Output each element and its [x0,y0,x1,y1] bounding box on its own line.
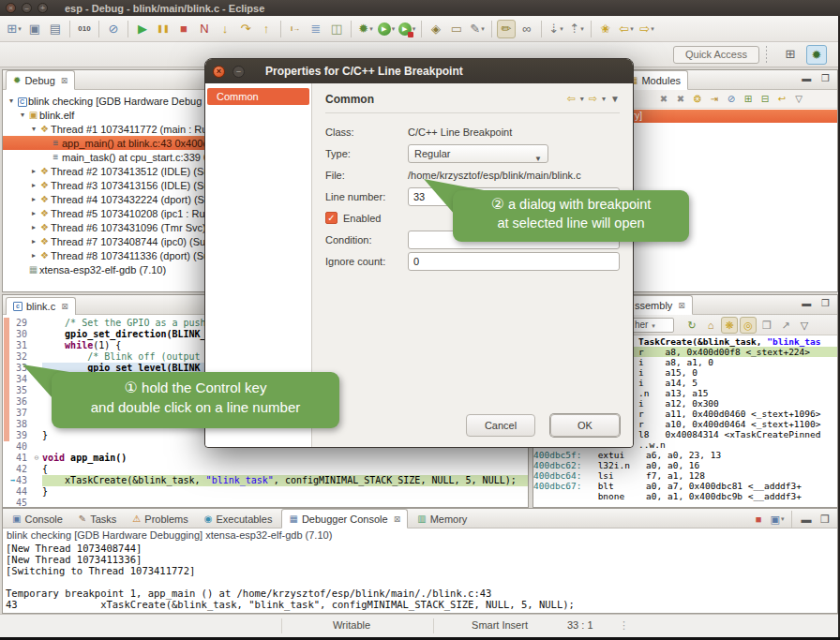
pin-view-icon[interactable]: ↗ [777,317,794,334]
expand-all-icon[interactable]: ⊞ [740,91,757,108]
previous-annotation-icon[interactable]: ⇡▾ [567,20,586,38]
step-return-icon[interactable]: ↑ [257,20,276,38]
close-icon[interactable]: × [6,3,16,13]
terminate-console-icon[interactable]: ■ [750,511,767,528]
debug-tree-item[interactable]: ▸❖Thread #6 1073431096 (Tmr Svc) (S [3,220,213,234]
goto-address-icon[interactable]: ⇥ [706,91,723,108]
new-wizard-icon[interactable]: ⊞▾ [5,20,23,38]
back-icon[interactable]: ⇦ [567,93,576,105]
expander-icon[interactable]: ▾ [7,97,16,105]
show-full-paths-icon[interactable]: ❂ [689,91,706,108]
coverage-icon[interactable]: ▶▾ [398,20,416,38]
tab-memory[interactable]: ▥Memory [411,509,473,528]
open-new-view-icon[interactable]: ❒ [758,317,775,334]
console-output[interactable]: [New Thread 1073408744][New Thread 10734… [3,543,837,613]
last-edit-location-icon[interactable]: ✬ [596,20,615,38]
debug-tree-item[interactable]: ▸❖Thread #4 1073432224 (dport) (Sus [3,192,213,206]
tab-problems[interactable]: ⚠Problems [126,509,194,528]
run-icon[interactable]: ▶▾ [377,20,396,38]
debug-tree-item[interactable]: ▾❖Thread #1 1073411772 (main : Runn [3,122,213,136]
expander-icon[interactable]: ▸ [29,167,38,175]
line-number[interactable]: 44 [3,486,31,498]
minimize-maximize-icons[interactable]: ▬ ❒ [802,298,833,308]
next-annotation-icon[interactable]: ⇣▾ [547,20,565,38]
code-line[interactable]: 41⊖void app_main() [3,453,528,464]
maximize-console-icon[interactable]: ❒ [817,511,833,528]
tab-debug[interactable]: ✹ Debug ⊠ [6,70,75,90]
sidebar-item-common[interactable]: Common [207,88,309,105]
ok-button[interactable]: OK [550,414,620,437]
statusbar-menu-icon[interactable]: ⋮ [619,619,629,632]
maximize-icon[interactable]: + [38,3,48,13]
minimize-console-icon[interactable]: ▬ [798,511,815,528]
close-icon[interactable]: ⊠ [678,301,685,310]
remove-all-modules-icon[interactable]: ✖ [672,91,689,108]
code-line[interactable]: ➡43 xTaskCreate(&blink_task, "blink_task… [3,475,528,486]
disassembly-line[interactable]: 400dbc5f: extui a6, a0, 23, 13 [533,450,837,460]
ignore-count-input[interactable] [408,252,620,271]
debug-tree-item[interactable]: ▾▣blink.elf [3,108,213,122]
expander-icon[interactable]: ▾ [29,125,38,133]
expander-icon[interactable]: ▸ [29,181,38,189]
skip-all-breakpoints-icon[interactable]: ⊘ [104,20,123,38]
disassembly-line[interactable]: 400dbc64: lsi f7, a1, 128 [533,470,837,481]
open-resource-icon[interactable]: ▭ [447,20,466,38]
view-menu-icon[interactable]: ▽ [790,91,807,108]
minimize-icon[interactable]: – [22,3,32,13]
terminate-icon[interactable]: ■ [174,20,193,38]
line-number[interactable]: 40 [3,441,31,453]
tab-console[interactable]: ▣Console [6,509,69,528]
dialog-minimize-icon[interactable]: – [232,66,245,78]
tab-tasks[interactable]: ✎Tasks [72,509,124,528]
chevron-down-icon[interactable]: ▾ [580,95,584,103]
disconnect-icon[interactable]: N [195,20,214,38]
code-line[interactable]: 45 [3,498,528,507]
tab-blink-c[interactable]: c blink.c ⊠ [6,297,76,317]
resume-icon[interactable]: ▶ [133,20,152,38]
tab-disassembly[interactable]: ssembly ⊠ [627,295,693,315]
expander-icon[interactable]: ▸ [29,223,38,231]
home-icon[interactable]: ⌂ [702,317,719,334]
expander-icon[interactable]: ▸ [29,237,38,246]
close-icon[interactable]: ⊠ [61,76,68,85]
close-icon[interactable]: ⊠ [61,302,68,311]
binary-build-icon[interactable]: 010 [75,20,94,38]
debug-tree-item[interactable]: ▸❖Thread #8 1073411336 (dport) (Sus [3,248,213,262]
expander-icon[interactable]: ▾ [18,111,27,119]
minimize-maximize-icons[interactable]: ▬ ❒ [802,73,833,83]
code-line[interactable]: 42{ [3,464,528,475]
tab-executables[interactable]: ◉Executables [198,509,279,528]
display-selected-console-icon[interactable]: ▣▾ [769,511,786,528]
debug-tree-item[interactable]: ▸❖Thread #5 1073410208 (ipc1 : Runni [3,206,213,220]
step-over-icon[interactable]: ↷ [236,20,255,38]
line-number[interactable]: 41 [3,453,31,464]
debug-tree-item[interactable]: ≡main_task() at cpu_start.c:339 0x4 [3,150,213,164]
dialog-titlebar[interactable]: × – Properties for C/C++ Line Breakpoint [205,59,633,83]
line-number[interactable]: 42 [3,464,31,475]
open-perspective-button[interactable]: ⊞ [780,45,801,65]
instruction-stepping-icon[interactable]: i→ [286,20,305,38]
expander-icon[interactable]: ▸ [29,195,38,203]
tab-debugger-console[interactable]: ▦Debugger Console⊠ [281,509,408,528]
link-with-debug-icon[interactable]: ↩ [773,91,790,108]
code-line[interactable]: 44} [3,486,528,498]
view-menu-icon[interactable]: ▽ [796,317,813,334]
cancel-button[interactable]: Cancel [466,414,535,437]
close-icon[interactable]: ⊠ [394,514,401,524]
show-debug-layout-icon[interactable]: ≣ [307,20,325,38]
deselect-default-icon[interactable]: ⊘ [723,91,740,108]
quick-access-button[interactable]: Quick Access [673,46,759,64]
line-number[interactable]: 43 [3,475,31,486]
debug-tree-item[interactable]: ▸❖Thread #2 1073413512 (IDLE) (Susp [3,164,213,178]
save-icon[interactable]: ▣ [25,20,44,38]
disassembly-line[interactable]: bnone a0, a1, 0x400dbc9b <__adddf3+ [533,491,837,501]
sync-active-context-icon[interactable]: ❋ [721,317,738,334]
open-type-icon[interactable]: ◈ [427,20,445,38]
toggle-highlight-icon[interactable]: ✏ [497,20,516,38]
enabled-checkbox[interactable]: ✓ [325,212,338,224]
type-select[interactable]: Regular ▼ [408,144,548,163]
chevron-down-icon[interactable]: ▾ [602,95,606,103]
disassembly-line[interactable]: 400dbc62: l32i.n a0, a0, 16 [533,460,837,470]
expander-icon[interactable]: ▸ [29,251,38,260]
debug-tree-item[interactable]: ▸❖Thread #3 1073413156 (IDLE) (Susp [3,178,213,192]
